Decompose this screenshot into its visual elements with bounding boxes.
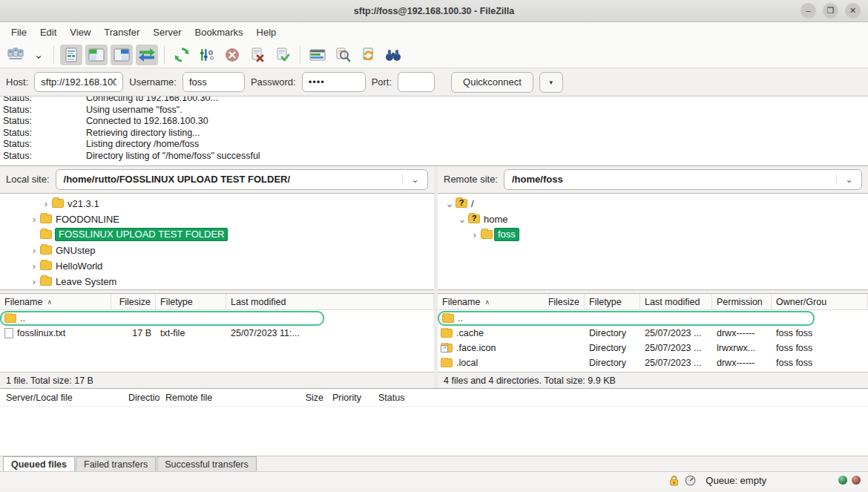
- quickconnect-button[interactable]: Quickconnect: [451, 72, 533, 93]
- tree-item-fosslinux-upload-test-folder[interactable]: FOSSLINUX UPLOAD TEST FOLDER: [0, 227, 434, 243]
- expander-icon[interactable]: ›: [28, 246, 40, 255]
- host-input[interactable]: [34, 72, 123, 92]
- tree-item-root[interactable]: ⌄ /: [438, 196, 868, 211]
- menu-transfer[interactable]: Transfer: [97, 24, 146, 41]
- username-label: Username:: [129, 76, 177, 88]
- synchronized-browsing-button[interactable]: [357, 45, 379, 65]
- expander-icon[interactable]: ⌄: [444, 199, 456, 209]
- tree-item-v21-3-1[interactable]: › v21.3.1: [0, 196, 434, 211]
- toggle-local-tree-button[interactable]: [85, 45, 108, 65]
- tab-failed-transfers[interactable]: Failed transfers: [76, 456, 156, 471]
- file-row-parent-dir[interactable]: ..: [0, 311, 324, 326]
- disconnect-button[interactable]: [246, 45, 269, 65]
- refresh-icon: [174, 47, 190, 63]
- local-file-rows[interactable]: .. fosslinux.txt 17 B txt-file 25/07/202…: [0, 310, 434, 372]
- menu-view[interactable]: View: [63, 24, 97, 41]
- chevron-down-icon[interactable]: ⌄: [402, 174, 427, 185]
- expander-icon[interactable]: ⌄: [456, 214, 468, 224]
- password-label: Password:: [251, 76, 296, 88]
- column-filesize[interactable]: Filesize: [549, 294, 585, 309]
- log-entry: Status: Connecting to 192.168.100.30...: [3, 96, 868, 105]
- expander-icon[interactable]: ›: [469, 230, 481, 240]
- menu-server[interactable]: Server: [146, 24, 188, 41]
- password-input[interactable]: [302, 72, 366, 92]
- folder-question-icon: [468, 214, 480, 223]
- remote-pane: Remote site: /home/foss ⌄ ⌄ / ⌄ home › f…: [438, 166, 868, 388]
- remote-site-combobox[interactable]: /home/foss ⌄: [504, 169, 862, 190]
- tree-item-foodonline[interactable]: › FOODONLINE: [0, 211, 434, 227]
- queue-status-text: Queue: empty: [706, 475, 766, 486]
- tree-item-helloworld[interactable]: › HelloWorld: [0, 258, 434, 274]
- message-log[interactable]: Status: Connecting to 192.168.100.30... …: [0, 96, 868, 166]
- quickconnect-dropdown-button[interactable]: ▾: [539, 72, 563, 93]
- column-last-modified[interactable]: Last modified: [226, 294, 434, 309]
- menu-edit[interactable]: Edit: [33, 24, 63, 41]
- username-input[interactable]: [183, 72, 245, 92]
- filter-queue-button[interactable]: [196, 45, 218, 65]
- column-permission[interactable]: Permission: [712, 294, 772, 309]
- file-search-button[interactable]: [332, 45, 354, 65]
- remote-path: /home/foss: [504, 174, 836, 185]
- queue-tabs: Queued files Failed transfers Successful…: [0, 456, 868, 471]
- cancel-operation-button[interactable]: [221, 45, 243, 65]
- tree-item-home[interactable]: ⌄ home: [438, 211, 868, 227]
- column-direction[interactable]: Directio: [122, 393, 160, 403]
- tree-item-leave-system[interactable]: › Leave System: [0, 274, 434, 289]
- file-row-parent-dir[interactable]: ..: [438, 311, 815, 326]
- site-manager-button[interactable]: [4, 45, 27, 65]
- toggle-transfer-queue-button[interactable]: [136, 45, 158, 65]
- tree-item-foss[interactable]: › foss: [438, 227, 868, 243]
- local-directory-tree[interactable]: › v21.3.1 › FOODONLINE FOSSLINUX UPLOAD …: [0, 193, 434, 290]
- port-input[interactable]: [398, 72, 435, 92]
- column-remote-file[interactable]: Remote file: [160, 393, 293, 403]
- close-button[interactable]: ✕: [845, 3, 861, 19]
- column-priority[interactable]: Priority: [326, 393, 372, 403]
- binoculars-icon: [385, 47, 401, 62]
- minimize-button[interactable]: –: [800, 3, 816, 19]
- local-site-combobox[interactable]: /home/rutto/FOSSLINUX UPLOAD TEST FOLDER…: [56, 169, 428, 190]
- remote-file-rows[interactable]: .. .cache Directory 25/07/2023 ... drwx-…: [438, 310, 868, 372]
- column-filename[interactable]: Filename ∧: [438, 294, 549, 309]
- menu-bookmarks[interactable]: Bookmarks: [188, 24, 250, 41]
- file-search-icon: [335, 47, 351, 63]
- remote-directory-tree[interactable]: ⌄ / ⌄ home › foss: [438, 193, 868, 290]
- log-entry: Status: Connected to 192.168.100.30: [3, 116, 868, 128]
- site-manager-dropdown-button[interactable]: ⌄: [30, 45, 47, 65]
- column-filetype[interactable]: Filetype: [156, 294, 226, 309]
- expander-icon[interactable]: ›: [40, 199, 52, 209]
- column-filetype[interactable]: Filetype: [585, 294, 640, 309]
- column-size[interactable]: Size: [293, 393, 326, 403]
- column-filesize[interactable]: Filesize: [111, 294, 156, 309]
- transfer-queue[interactable]: Server/Local file Directio Remote file S…: [0, 388, 868, 456]
- tab-successful-transfers[interactable]: Successful transfers: [157, 456, 257, 471]
- speed-limit-icon[interactable]: [685, 475, 696, 486]
- toolbar-separator: [164, 46, 165, 64]
- tab-queued-files[interactable]: Queued files: [3, 456, 75, 471]
- column-filename[interactable]: Filename ∧: [0, 294, 111, 309]
- tree-item-gnustep[interactable]: › GNUstep: [0, 243, 434, 258]
- toggle-message-log-button[interactable]: [60, 45, 82, 65]
- column-last-modified[interactable]: Last modified: [640, 294, 712, 309]
- file-row-cache[interactable]: .cache Directory 25/07/2023 ... drwx----…: [438, 326, 868, 341]
- find-files-button[interactable]: [382, 45, 404, 65]
- expander-icon[interactable]: ›: [28, 277, 40, 286]
- file-row-fosslinux-txt[interactable]: fosslinux.txt 17 B txt-file 25/07/2023 1…: [0, 326, 434, 341]
- expander-icon[interactable]: ›: [28, 261, 40, 271]
- chevron-down-icon[interactable]: ⌄: [836, 174, 861, 185]
- directory-comparison-button[interactable]: [306, 45, 329, 65]
- remote-list-header: Filename ∧ Filesize Filetype Last modifi…: [438, 294, 868, 310]
- menu-help[interactable]: Help: [250, 24, 283, 41]
- reconnect-button[interactable]: [272, 45, 294, 65]
- file-row-local[interactable]: .local Directory 25/07/2023 ... drwx----…: [438, 355, 868, 370]
- column-owner-group[interactable]: Owner/Grou: [772, 294, 868, 309]
- column-status[interactable]: Status: [372, 393, 868, 403]
- expander-icon[interactable]: ›: [28, 214, 40, 224]
- file-row-face-icon[interactable]: .face.icon Directory 25/07/2023 ... lrwx…: [438, 341, 868, 355]
- dropdown-arrow-icon: ▾: [550, 79, 553, 86]
- reconnect-icon: [275, 47, 290, 63]
- column-server-local-file[interactable]: Server/Local file: [0, 393, 122, 403]
- toggle-remote-tree-button[interactable]: [111, 45, 133, 65]
- menu-file[interactable]: File: [4, 24, 33, 41]
- maximize-button[interactable]: ❐: [823, 3, 838, 19]
- refresh-button[interactable]: [171, 45, 193, 65]
